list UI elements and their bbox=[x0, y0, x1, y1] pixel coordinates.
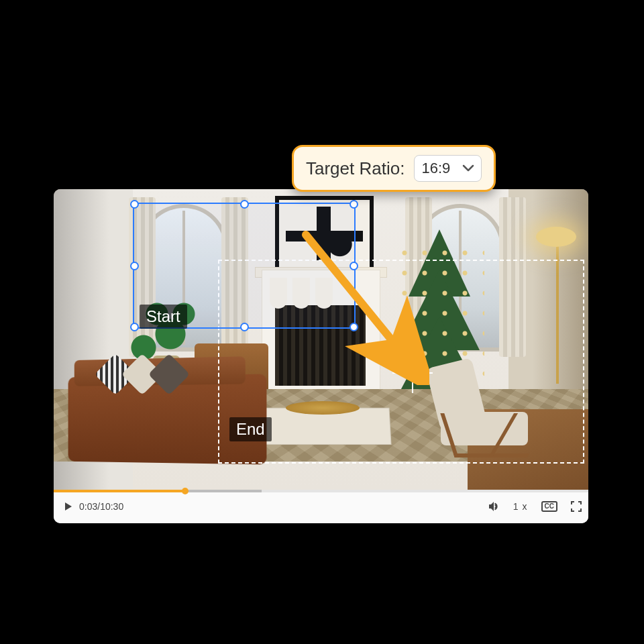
seek-bar[interactable] bbox=[54, 490, 588, 492]
resize-handle-ml[interactable] bbox=[130, 262, 139, 270]
playback-speed-button[interactable]: 1 x bbox=[513, 501, 528, 512]
resize-handle-bl[interactable] bbox=[130, 323, 139, 331]
resize-handle-tl[interactable] bbox=[130, 200, 139, 209]
chevron-down-icon bbox=[462, 164, 474, 172]
target-ratio-panel: Target Ratio: 16:9 bbox=[292, 145, 496, 192]
resize-handle-mr[interactable] bbox=[350, 262, 358, 270]
player-controls: 0:03 / 10:30 1 x CC bbox=[54, 490, 588, 523]
resize-handle-bm[interactable] bbox=[240, 323, 249, 331]
time-duration: 10:30 bbox=[100, 501, 123, 512]
play-button[interactable] bbox=[63, 501, 74, 512]
video-viewport[interactable]: Start End bbox=[54, 189, 588, 490]
resize-handle-tm[interactable] bbox=[240, 200, 249, 209]
target-ratio-value: 16:9 bbox=[421, 160, 450, 177]
target-ratio-select[interactable]: 16:9 bbox=[414, 155, 482, 182]
fullscreen-icon bbox=[571, 501, 582, 512]
target-ratio-label: Target Ratio: bbox=[306, 158, 405, 179]
volume-icon bbox=[488, 500, 500, 513]
crop-end-label: End bbox=[229, 417, 272, 441]
play-icon bbox=[63, 501, 74, 512]
seek-knob[interactable] bbox=[182, 488, 189, 494]
volume-button[interactable] bbox=[488, 500, 500, 513]
resize-handle-br[interactable] bbox=[350, 323, 358, 331]
captions-button[interactable]: CC bbox=[541, 501, 557, 512]
video-player: Start End 0:03 / 10:30 1 x CC bbox=[54, 189, 588, 523]
fullscreen-button[interactable] bbox=[571, 501, 582, 512]
crop-start-label: Start bbox=[140, 305, 187, 329]
time-current: 0:03 bbox=[79, 501, 97, 512]
resize-handle-tr[interactable] bbox=[350, 200, 358, 209]
